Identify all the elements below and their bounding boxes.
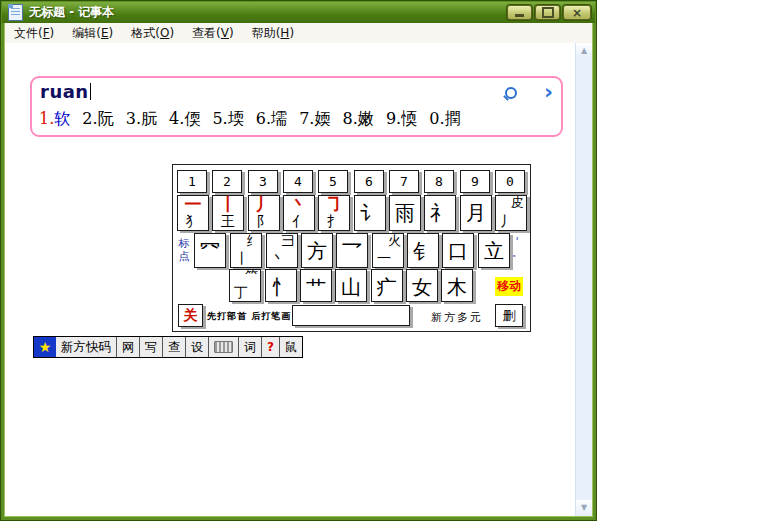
vertical-scrollbar[interactable]: ▲ ▼ [575, 43, 592, 516]
close-icon: × [572, 7, 582, 19]
key-8[interactable]: 8 [424, 170, 454, 193]
scroll-down-button[interactable]: ▼ [576, 500, 592, 516]
key-radical-ji[interactable]: 彐丶 [266, 233, 298, 268]
ime-toolbar: ★ 新方快码 网 写 查 设 词 ? 鼠 [33, 336, 303, 358]
candidate-6[interactable]: 6.壖 [256, 109, 287, 128]
punctuation-marks: '。 [512, 236, 522, 258]
key-5[interactable]: 5 [318, 170, 348, 193]
minimize-icon [515, 14, 524, 17]
key-stroke-zhe[interactable]: ㇆扌 [318, 195, 350, 231]
close-button[interactable]: × [563, 5, 591, 20]
key-radical-wang[interactable]: ⺳ [194, 233, 226, 268]
key-stroke-henggou[interactable]: 乛 [336, 233, 368, 268]
scroll-up-icon: ▲ [581, 46, 587, 55]
keyboard-hint: 先打部首 后打笔画 [207, 310, 291, 323]
minimize-button[interactable] [507, 5, 532, 20]
key-radical-huo[interactable]: 火一 [372, 233, 404, 268]
keyboard-icon [214, 341, 233, 353]
key-radical-mu[interactable]: 木 [441, 269, 473, 302]
toolbar-help-button[interactable]: ? [261, 337, 279, 357]
key-radical-shi[interactable]: 礻 [424, 195, 456, 231]
desktop: 无标题 - 记事本 × 文件(F) 编辑(E) 格式(O) 查看(V) 帮助(H… [0, 0, 761, 525]
restore-icon [542, 7, 554, 18]
key-0[interactable]: 0 [495, 170, 525, 193]
toolbar-keyboard-button[interactable] [208, 337, 238, 357]
key-radical-yu[interactable]: 雨 [389, 195, 421, 231]
scroll-up-button[interactable]: ▲ [576, 43, 592, 59]
keyboard-close-button[interactable]: 关 [178, 304, 203, 327]
key-radical-yue[interactable]: 月 [460, 195, 492, 231]
key-radical-zhu[interactable]: ⺮丁 [229, 269, 261, 302]
key-radical-li[interactable]: 立 [478, 233, 510, 268]
key-stroke-heng[interactable]: 一犭 [177, 195, 209, 231]
space-key[interactable] [292, 305, 410, 326]
ime-candidate-window: ruan › 1.软 2.阮 3.朊 4.偄 5.堧 6.壖 7.媆 8.嫩 9… [30, 76, 563, 137]
candidate-9[interactable]: 9.愞 [386, 109, 417, 128]
ime-virtual-keyboard: 1 2 3 4 5 6 7 8 9 0 一犭 丨王 丿阝 丶亻 ㇆扌 讠 雨 礻… [172, 164, 531, 332]
menu-view[interactable]: 查看(V) [183, 23, 243, 44]
menu-edit[interactable]: 编辑(E) [63, 23, 122, 44]
menu-format[interactable]: 格式(O) [122, 23, 183, 44]
search-icon[interactable] [505, 87, 517, 99]
next-page-icon[interactable]: › [544, 79, 553, 105]
key-9[interactable]: 9 [460, 170, 490, 193]
toolbar-net-button[interactable]: 网 [116, 337, 139, 357]
key-radical-kou[interactable]: 口 [442, 233, 474, 268]
key-radical-xin[interactable]: 忄 [265, 269, 297, 302]
candidate-2[interactable]: 2.阮 [82, 109, 113, 128]
move-button[interactable]: 移动 [495, 277, 523, 296]
candidate-8[interactable]: 8.嫩 [343, 109, 374, 128]
keyboard-brand: 新方多元 [431, 310, 483, 325]
key-4[interactable]: 4 [283, 170, 313, 193]
key-6[interactable]: 6 [354, 170, 384, 193]
key-radical-bing[interactable]: 疒 [371, 269, 403, 302]
pinyin-input: ruan [40, 81, 91, 102]
candidate-7[interactable]: 7.媆 [299, 109, 330, 128]
key-stroke-dian[interactable]: 丶亻 [283, 195, 315, 231]
title-bar[interactable]: 无标题 - 记事本 × [2, 2, 595, 23]
toolbar-write-button[interactable]: 写 [139, 337, 162, 357]
key-radical-fang[interactable]: 方 [301, 233, 333, 268]
toolbar-word-button[interactable]: 词 [238, 337, 261, 357]
key-2[interactable]: 2 [212, 170, 242, 193]
key-3[interactable]: 3 [248, 170, 278, 193]
menu-file[interactable]: 文件(F) [5, 23, 63, 44]
notepad-icon [8, 4, 23, 21]
candidate-4[interactable]: 4.偄 [169, 109, 200, 128]
key-radical-pi[interactable]: 皮丿 [495, 195, 527, 231]
toolbar-mouse-button[interactable]: 鼠 [279, 337, 302, 357]
menu-bar: 文件(F) 编辑(E) 格式(O) 查看(V) 帮助(H) [5, 23, 592, 43]
delete-key[interactable]: 删 [495, 304, 523, 327]
key-7[interactable]: 7 [389, 170, 419, 193]
punctuation-label: 标点 [176, 237, 192, 263]
menu-help[interactable]: 帮助(H) [243, 23, 303, 44]
candidate-3[interactable]: 3.朊 [126, 109, 157, 128]
key-stroke-shu[interactable]: 丨王 [212, 195, 244, 231]
key-stroke-pie[interactable]: 丿阝 [248, 195, 280, 231]
key-radical-nv[interactable]: 女 [406, 269, 438, 302]
candidate-list: 1.软 2.阮 3.朊 4.偄 5.堧 6.壖 7.媆 8.嫩 9.愞 0.撋 [39, 109, 468, 130]
key-radical-si[interactable]: 纟丨 [230, 233, 262, 268]
scroll-down-icon: ▼ [581, 503, 587, 512]
candidate-1[interactable]: 1.软 [39, 109, 70, 128]
window-title: 无标题 - 记事本 [29, 4, 114, 21]
toolbar-lookup-button[interactable]: 查 [162, 337, 185, 357]
key-radical-cao[interactable]: 艹 [300, 269, 332, 302]
candidate-5[interactable]: 5.堧 [212, 109, 243, 128]
candidate-0[interactable]: 0.撋 [429, 109, 460, 128]
ime-logo-button[interactable]: ★ [34, 337, 56, 357]
key-1[interactable]: 1 [177, 170, 207, 193]
toolbar-settings-button[interactable]: 设 [185, 337, 208, 357]
key-radical-jin[interactable]: 钅 [407, 233, 439, 268]
text-caret [90, 83, 91, 100]
key-radical-yan[interactable]: 讠 [354, 195, 386, 231]
key-radical-shan[interactable]: 山 [335, 269, 367, 302]
star-icon: ★ [39, 339, 52, 355]
ime-name[interactable]: 新方快码 [56, 337, 116, 357]
restore-button[interactable] [535, 5, 560, 20]
